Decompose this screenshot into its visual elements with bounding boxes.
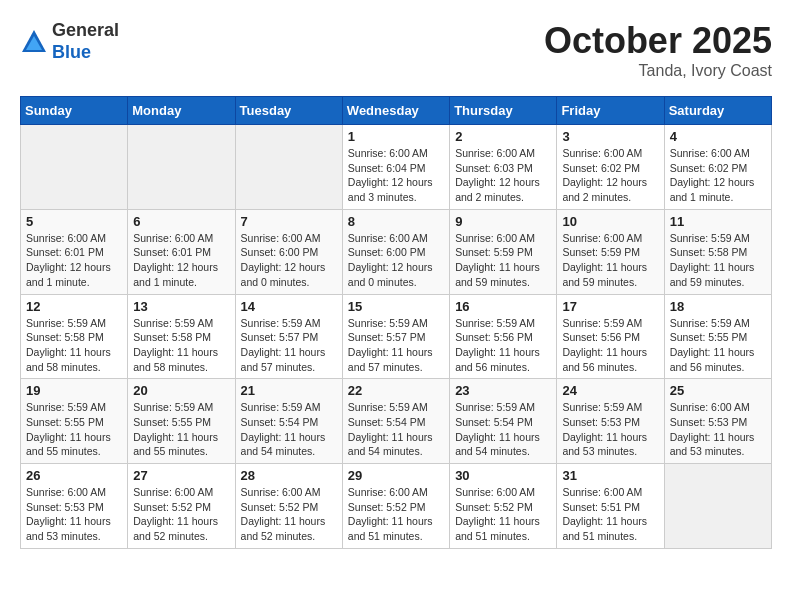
day-number: 31 bbox=[562, 468, 658, 483]
day-cell-18: 18Sunrise: 5:59 AMSunset: 5:55 PMDayligh… bbox=[664, 294, 771, 379]
day-number: 9 bbox=[455, 214, 551, 229]
day-number: 8 bbox=[348, 214, 444, 229]
day-info: Sunrise: 6:00 AMSunset: 5:51 PMDaylight:… bbox=[562, 485, 658, 544]
day-number: 28 bbox=[241, 468, 337, 483]
day-cell-5: 5Sunrise: 6:00 AMSunset: 6:01 PMDaylight… bbox=[21, 209, 128, 294]
day-info: Sunrise: 5:59 AMSunset: 5:55 PMDaylight:… bbox=[26, 400, 122, 459]
day-info: Sunrise: 5:59 AMSunset: 5:54 PMDaylight:… bbox=[241, 400, 337, 459]
day-cell-13: 13Sunrise: 5:59 AMSunset: 5:58 PMDayligh… bbox=[128, 294, 235, 379]
day-info: Sunrise: 6:00 AMSunset: 6:00 PMDaylight:… bbox=[348, 231, 444, 290]
day-info: Sunrise: 6:00 AMSunset: 5:52 PMDaylight:… bbox=[455, 485, 551, 544]
day-number: 10 bbox=[562, 214, 658, 229]
day-cell-26: 26Sunrise: 6:00 AMSunset: 5:53 PMDayligh… bbox=[21, 464, 128, 549]
day-info: Sunrise: 5:59 AMSunset: 5:57 PMDaylight:… bbox=[348, 316, 444, 375]
day-info: Sunrise: 6:00 AMSunset: 6:03 PMDaylight:… bbox=[455, 146, 551, 205]
day-cell-23: 23Sunrise: 5:59 AMSunset: 5:54 PMDayligh… bbox=[450, 379, 557, 464]
day-number: 3 bbox=[562, 129, 658, 144]
header-tuesday: Tuesday bbox=[235, 97, 342, 125]
day-number: 16 bbox=[455, 299, 551, 314]
page-header: General Blue October 2025 Tanda, Ivory C… bbox=[20, 20, 772, 80]
header-wednesday: Wednesday bbox=[342, 97, 449, 125]
day-number: 18 bbox=[670, 299, 766, 314]
day-info: Sunrise: 5:59 AMSunset: 5:54 PMDaylight:… bbox=[348, 400, 444, 459]
day-number: 19 bbox=[26, 383, 122, 398]
header-monday: Monday bbox=[128, 97, 235, 125]
header-saturday: Saturday bbox=[664, 97, 771, 125]
week-row-3: 12Sunrise: 5:59 AMSunset: 5:58 PMDayligh… bbox=[21, 294, 772, 379]
day-cell-9: 9Sunrise: 6:00 AMSunset: 5:59 PMDaylight… bbox=[450, 209, 557, 294]
day-info: Sunrise: 6:00 AMSunset: 6:00 PMDaylight:… bbox=[241, 231, 337, 290]
week-row-5: 26Sunrise: 6:00 AMSunset: 5:53 PMDayligh… bbox=[21, 464, 772, 549]
day-cell-3: 3Sunrise: 6:00 AMSunset: 6:02 PMDaylight… bbox=[557, 125, 664, 210]
day-cell-empty bbox=[128, 125, 235, 210]
calendar-header-row: SundayMondayTuesdayWednesdayThursdayFrid… bbox=[21, 97, 772, 125]
day-info: Sunrise: 5:59 AMSunset: 5:58 PMDaylight:… bbox=[26, 316, 122, 375]
day-info: Sunrise: 6:00 AMSunset: 6:04 PMDaylight:… bbox=[348, 146, 444, 205]
day-cell-2: 2Sunrise: 6:00 AMSunset: 6:03 PMDaylight… bbox=[450, 125, 557, 210]
day-cell-27: 27Sunrise: 6:00 AMSunset: 5:52 PMDayligh… bbox=[128, 464, 235, 549]
day-cell-4: 4Sunrise: 6:00 AMSunset: 6:02 PMDaylight… bbox=[664, 125, 771, 210]
day-number: 21 bbox=[241, 383, 337, 398]
day-number: 4 bbox=[670, 129, 766, 144]
day-cell-29: 29Sunrise: 6:00 AMSunset: 5:52 PMDayligh… bbox=[342, 464, 449, 549]
day-info: Sunrise: 6:00 AMSunset: 5:59 PMDaylight:… bbox=[455, 231, 551, 290]
day-cell-16: 16Sunrise: 5:59 AMSunset: 5:56 PMDayligh… bbox=[450, 294, 557, 379]
day-number: 27 bbox=[133, 468, 229, 483]
day-number: 15 bbox=[348, 299, 444, 314]
day-cell-12: 12Sunrise: 5:59 AMSunset: 5:58 PMDayligh… bbox=[21, 294, 128, 379]
day-number: 14 bbox=[241, 299, 337, 314]
day-number: 2 bbox=[455, 129, 551, 144]
title-block: October 2025 Tanda, Ivory Coast bbox=[544, 20, 772, 80]
day-info: Sunrise: 6:00 AMSunset: 6:01 PMDaylight:… bbox=[26, 231, 122, 290]
day-cell-22: 22Sunrise: 5:59 AMSunset: 5:54 PMDayligh… bbox=[342, 379, 449, 464]
day-number: 12 bbox=[26, 299, 122, 314]
day-cell-14: 14Sunrise: 5:59 AMSunset: 5:57 PMDayligh… bbox=[235, 294, 342, 379]
day-info: Sunrise: 6:00 AMSunset: 6:01 PMDaylight:… bbox=[133, 231, 229, 290]
day-cell-empty bbox=[235, 125, 342, 210]
day-cell-7: 7Sunrise: 6:00 AMSunset: 6:00 PMDaylight… bbox=[235, 209, 342, 294]
day-number: 20 bbox=[133, 383, 229, 398]
calendar-table: SundayMondayTuesdayWednesdayThursdayFrid… bbox=[20, 96, 772, 549]
day-info: Sunrise: 6:00 AMSunset: 5:53 PMDaylight:… bbox=[26, 485, 122, 544]
day-info: Sunrise: 5:59 AMSunset: 5:54 PMDaylight:… bbox=[455, 400, 551, 459]
day-number: 6 bbox=[133, 214, 229, 229]
day-info: Sunrise: 6:00 AMSunset: 5:59 PMDaylight:… bbox=[562, 231, 658, 290]
day-cell-empty bbox=[664, 464, 771, 549]
day-info: Sunrise: 6:00 AMSunset: 6:02 PMDaylight:… bbox=[670, 146, 766, 205]
day-info: Sunrise: 6:00 AMSunset: 5:52 PMDaylight:… bbox=[241, 485, 337, 544]
day-number: 7 bbox=[241, 214, 337, 229]
logo-blue-text: Blue bbox=[52, 42, 91, 62]
day-cell-empty bbox=[21, 125, 128, 210]
month-title: October 2025 bbox=[544, 20, 772, 62]
day-cell-10: 10Sunrise: 6:00 AMSunset: 5:59 PMDayligh… bbox=[557, 209, 664, 294]
day-info: Sunrise: 6:00 AMSunset: 5:52 PMDaylight:… bbox=[133, 485, 229, 544]
header-sunday: Sunday bbox=[21, 97, 128, 125]
day-number: 29 bbox=[348, 468, 444, 483]
day-info: Sunrise: 5:59 AMSunset: 5:58 PMDaylight:… bbox=[133, 316, 229, 375]
day-info: Sunrise: 6:00 AMSunset: 5:52 PMDaylight:… bbox=[348, 485, 444, 544]
day-info: Sunrise: 5:59 AMSunset: 5:55 PMDaylight:… bbox=[670, 316, 766, 375]
day-number: 17 bbox=[562, 299, 658, 314]
logo-icon bbox=[20, 28, 48, 56]
header-friday: Friday bbox=[557, 97, 664, 125]
day-number: 23 bbox=[455, 383, 551, 398]
day-info: Sunrise: 5:59 AMSunset: 5:58 PMDaylight:… bbox=[670, 231, 766, 290]
day-number: 25 bbox=[670, 383, 766, 398]
day-number: 13 bbox=[133, 299, 229, 314]
day-cell-19: 19Sunrise: 5:59 AMSunset: 5:55 PMDayligh… bbox=[21, 379, 128, 464]
day-cell-30: 30Sunrise: 6:00 AMSunset: 5:52 PMDayligh… bbox=[450, 464, 557, 549]
day-info: Sunrise: 5:59 AMSunset: 5:53 PMDaylight:… bbox=[562, 400, 658, 459]
day-info: Sunrise: 5:59 AMSunset: 5:55 PMDaylight:… bbox=[133, 400, 229, 459]
day-cell-24: 24Sunrise: 5:59 AMSunset: 5:53 PMDayligh… bbox=[557, 379, 664, 464]
day-info: Sunrise: 6:00 AMSunset: 6:02 PMDaylight:… bbox=[562, 146, 658, 205]
day-number: 26 bbox=[26, 468, 122, 483]
day-cell-17: 17Sunrise: 5:59 AMSunset: 5:56 PMDayligh… bbox=[557, 294, 664, 379]
day-cell-25: 25Sunrise: 6:00 AMSunset: 5:53 PMDayligh… bbox=[664, 379, 771, 464]
week-row-1: 1Sunrise: 6:00 AMSunset: 6:04 PMDaylight… bbox=[21, 125, 772, 210]
day-info: Sunrise: 5:59 AMSunset: 5:56 PMDaylight:… bbox=[455, 316, 551, 375]
day-cell-21: 21Sunrise: 5:59 AMSunset: 5:54 PMDayligh… bbox=[235, 379, 342, 464]
day-number: 11 bbox=[670, 214, 766, 229]
day-cell-31: 31Sunrise: 6:00 AMSunset: 5:51 PMDayligh… bbox=[557, 464, 664, 549]
week-row-2: 5Sunrise: 6:00 AMSunset: 6:01 PMDaylight… bbox=[21, 209, 772, 294]
day-cell-15: 15Sunrise: 5:59 AMSunset: 5:57 PMDayligh… bbox=[342, 294, 449, 379]
